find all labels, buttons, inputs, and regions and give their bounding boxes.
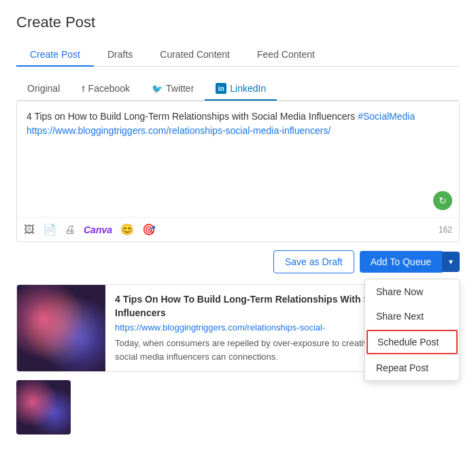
editor-hashtag[interactable]: #SocialMedia [358, 111, 415, 122]
twitter-icon: 🐦 [152, 84, 163, 94]
platform-tabs: Original f Facebook 🐦 Twitter in LinkedI… [16, 78, 460, 101]
facebook-icon: f [82, 84, 84, 94]
add-to-queue-button[interactable]: Add To Queue [360, 251, 442, 273]
post-editor: 4 Tips on How to Build Long-Term Relatio… [16, 101, 460, 242]
add-to-queue-dropdown-arrow[interactable]: ▾ [442, 252, 460, 272]
second-preview-image [16, 380, 71, 435]
add-to-queue-group: Add To Queue ▾ [360, 251, 460, 273]
preview-url[interactable]: https://www.bloggingtriggers.com/relatio… [115, 322, 346, 333]
preview-image [17, 285, 105, 371]
dropdown-schedule-post[interactable]: Schedule Post [367, 330, 458, 354]
file-icon[interactable]: 📄 [43, 223, 56, 236]
tab-curated-content[interactable]: Curated Content [146, 44, 243, 67]
tab-facebook[interactable]: f Facebook [71, 78, 141, 101]
tab-drafts[interactable]: Drafts [94, 44, 146, 67]
char-count: 162 [439, 225, 452, 235]
save-draft-button[interactable]: Save as Draft [273, 250, 354, 273]
image-icon[interactable]: 🖼 [24, 224, 35, 236]
tab-feed-content[interactable]: Feed Content [243, 44, 328, 67]
tab-create-post[interactable]: Create Post [16, 44, 94, 67]
tab-twitter[interactable]: 🐦 Twitter [141, 78, 205, 101]
page-title: Create Post [16, 14, 460, 31]
preview-image-inner [17, 285, 105, 371]
editor-toolbar: 🖼 📄 🖨 Canva 😊 🎯 162 [17, 217, 459, 241]
dropdown-share-next[interactable]: Share Next [365, 304, 459, 328]
tab-linkedin[interactable]: in LinkedIn [205, 78, 277, 101]
linkedin-icon: in [216, 83, 226, 94]
canva-button[interactable]: Canva [84, 224, 112, 235]
dropdown-share-now[interactable]: Share Now [365, 279, 459, 304]
refresh-button[interactable]: ↻ [433, 191, 452, 210]
facebook-label: Facebook [88, 83, 130, 94]
editor-text: 4 Tips on How to Build Long-Term Relatio… [27, 111, 358, 122]
editor-content-area[interactable]: 4 Tips on How to Build Long-Term Relatio… [17, 101, 459, 217]
tab-original[interactable]: Original [16, 78, 71, 101]
linkedin-label: LinkedIn [230, 83, 266, 94]
print-icon[interactable]: 🖨 [65, 224, 75, 236]
second-preview-image-inner [16, 380, 71, 435]
original-label: Original [27, 83, 60, 94]
editor-url[interactable]: https://www.bloggingtriggers.com/relatio… [27, 125, 330, 136]
twitter-label: Twitter [166, 83, 194, 94]
top-tabs: Create Post Drafts Curated Content Feed … [16, 44, 460, 67]
queue-dropdown-menu: Share Now Share Next Schedule Post Repea… [364, 279, 460, 381]
dropdown-repeat-post[interactable]: Repeat Post [365, 356, 459, 380]
second-preview [16, 380, 460, 435]
emoji-icon[interactable]: 😊 [120, 223, 134, 236]
target-icon[interactable]: 🎯 [142, 223, 156, 236]
action-bar: Save as Draft Add To Queue ▾ Share Now S… [16, 250, 460, 273]
